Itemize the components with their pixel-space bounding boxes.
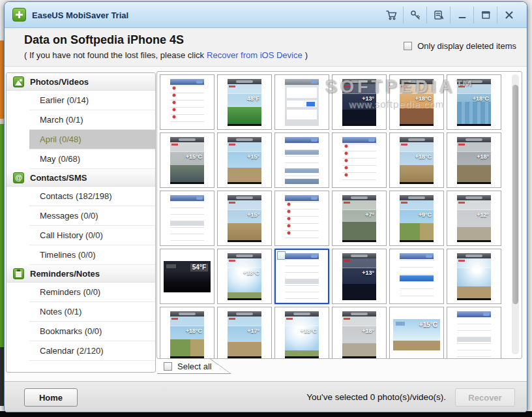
sidebar-item[interactable]: Calendar (2/120) xyxy=(29,341,155,361)
thumbnail-cell[interactable]: +9°C xyxy=(389,191,444,246)
thumbnail-weather: +17° xyxy=(228,311,261,358)
page-title: Data on Softpedia iPhone 4S xyxy=(24,33,184,47)
thumbnail-cell[interactable]: +18° xyxy=(447,132,501,188)
cart-icon[interactable] xyxy=(379,7,403,23)
thumbnail-grid: 48°F+13°+18°C+18°C+15°C+15°+18°C+18°+15°… xyxy=(160,74,501,359)
thumbnail-cell[interactable]: 54°F xyxy=(160,249,214,304)
thumbnail-cell[interactable] xyxy=(447,307,501,359)
contacts-icon xyxy=(13,172,24,183)
select-all-checkbox[interactable] xyxy=(164,362,172,371)
thumbnail-weather: +15°C xyxy=(170,137,204,184)
home-button[interactable]: Home xyxy=(24,388,78,407)
thumbnail-weather: +18°C xyxy=(228,253,261,300)
thumbnail-list xyxy=(285,137,319,184)
sidebar-item[interactable]: Timelines (0/0) xyxy=(29,245,155,265)
thumbnail-cell[interactable]: +18°C xyxy=(389,74,444,130)
sidebar-item[interactable]: Contacts (182/198) xyxy=(29,187,155,206)
thumbnail-weather: +13° xyxy=(342,79,376,126)
sidebar-item[interactable]: Earlier (0/14) xyxy=(29,91,155,110)
thumbnail-photo: 54°F xyxy=(164,261,211,292)
thumbnail-weather: +12° xyxy=(457,195,491,242)
thumbnail-list xyxy=(342,137,376,184)
thumbnail-cell[interactable] xyxy=(389,249,444,304)
thumbnail-cell[interactable]: +18°C xyxy=(274,307,329,359)
thumbnail-list xyxy=(285,253,319,300)
easeus-logo-icon xyxy=(12,8,26,22)
thumbnail-cell[interactable]: +18° xyxy=(332,307,387,359)
thumbnail-cell[interactable] xyxy=(160,191,214,246)
sidebar-item[interactable]: Call History (0/0) xyxy=(29,226,155,245)
sidebar-item[interactable]: Notes (0/1) xyxy=(29,302,155,322)
thumbnail-cell[interactable]: +13° xyxy=(332,74,387,130)
footer-bar: Home You've selected 0 photo(s)/video(s)… xyxy=(5,381,527,412)
sidebar-section-header[interactable]: Reminders/Notes xyxy=(7,265,155,283)
key-icon[interactable] xyxy=(403,7,426,23)
thumbnail-cell[interactable]: +15°C xyxy=(160,132,214,188)
thumbnail-list xyxy=(457,311,491,358)
recover-from-ios-link[interactable]: Recover from iOS Device xyxy=(207,50,303,60)
page-header: Data on Softpedia iPhone 4S ( If you hav… xyxy=(5,28,527,67)
thumbnail-cell[interactable]: +18°C xyxy=(217,249,272,304)
thumbnail-weather: +18° xyxy=(342,311,376,358)
thumbnail-cell[interactable]: +15° xyxy=(217,191,272,246)
sidebar-sections: Photos/VideosEarlier (0/14)March (0/1)Ap… xyxy=(7,73,155,361)
thumbnail-weather: 48°F xyxy=(228,79,261,126)
sidebar-item[interactable]: Bookmarks (0/0) xyxy=(29,322,155,341)
scrollbar-thumb[interactable] xyxy=(512,85,518,304)
thumbnail-cell[interactable] xyxy=(274,132,329,188)
maximize-icon[interactable] xyxy=(473,7,497,23)
thumbnail-cell[interactable]: +18°C xyxy=(447,74,501,130)
thumbnail-cell[interactable]: +13° xyxy=(332,249,387,304)
reminders-icon xyxy=(13,268,24,279)
sidebar-item[interactable]: April (0/48) xyxy=(29,130,155,149)
thumbnail-cell[interactable] xyxy=(447,249,501,304)
select-all-label: Select all xyxy=(177,362,212,371)
thumbnail-weather xyxy=(457,253,491,300)
sidebar-section-label: Reminders/Notes xyxy=(30,269,100,279)
vertical-scrollbar[interactable] xyxy=(512,74,519,354)
thumbnail-cell[interactable]: +15°C xyxy=(389,307,444,359)
deleted-filter: Only display deleted items xyxy=(404,41,516,51)
sidebar-item[interactable]: May (0/68) xyxy=(29,149,155,169)
thumbnail-list xyxy=(400,253,434,300)
sidebar-item[interactable]: March (0/1) xyxy=(29,110,155,130)
thumbnail-cell[interactable] xyxy=(274,191,329,246)
thumbnail-weather: +7° xyxy=(342,195,376,242)
thumbnail-list xyxy=(285,79,319,126)
thumbnail-cell[interactable] xyxy=(274,74,329,130)
sidebar-item[interactable]: Messages (0/0) xyxy=(29,206,155,226)
thumbnail-cell[interactable] xyxy=(160,74,214,130)
photos-icon xyxy=(13,76,24,87)
sidebar-item[interactable]: Reminders (0/0) xyxy=(29,283,155,302)
thumbnail-weather: +15° xyxy=(228,137,261,184)
thumbnail-weather: +18°C xyxy=(457,79,491,126)
main-content: Photos/VideosEarlier (0/14)March (0/1)Ap… xyxy=(5,67,527,381)
deleted-filter-label: Only display deleted items xyxy=(417,41,516,51)
close-icon[interactable] xyxy=(497,7,520,23)
minimize-icon[interactable] xyxy=(450,7,473,23)
app-window: EaseUS MobiSaver Trial Data on Softped xyxy=(4,1,527,412)
titlebar[interactable]: EaseUS MobiSaver Trial xyxy=(5,2,527,28)
thumbnail-cell[interactable]: +17° xyxy=(217,307,272,359)
thumbnail-cell[interactable] xyxy=(274,249,329,304)
thumbnail-weather: +18° xyxy=(457,137,491,184)
thumbnail-cell[interactable]: +15° xyxy=(217,132,272,188)
sidebar-section-label: Contacts/SMS xyxy=(30,173,87,183)
thumbnail-cell[interactable]: +18°C xyxy=(389,132,444,188)
sidebar-section-header[interactable]: Contacts/SMS xyxy=(7,169,155,187)
sidebar-section-header[interactable]: Photos/Videos xyxy=(7,73,155,91)
thumbnail-grid-panel: 48°F+13°+18°C+18°C+15°C+15°+18°C+18°+15°… xyxy=(156,71,522,359)
thumbnail-weather: +18°C xyxy=(400,137,434,184)
thumbnail-photo: +15°C xyxy=(393,319,440,350)
thumbnail-cell[interactable] xyxy=(332,132,387,188)
thumbnail-weather: +13° xyxy=(342,253,376,300)
feedback-icon[interactable] xyxy=(426,7,450,23)
thumbnail-cell[interactable]: 48°F xyxy=(217,74,272,130)
deleted-filter-checkbox[interactable] xyxy=(404,42,412,50)
thumbnail-weather: +18°C xyxy=(170,311,204,358)
recover-button[interactable]: Recover xyxy=(455,388,515,407)
thumbnail-cell[interactable]: +18°C xyxy=(160,307,214,359)
thumbnail-cell[interactable]: +7° xyxy=(332,191,387,246)
thumbnail-cell[interactable]: +12° xyxy=(447,191,501,246)
thumbnail-list xyxy=(285,195,319,242)
